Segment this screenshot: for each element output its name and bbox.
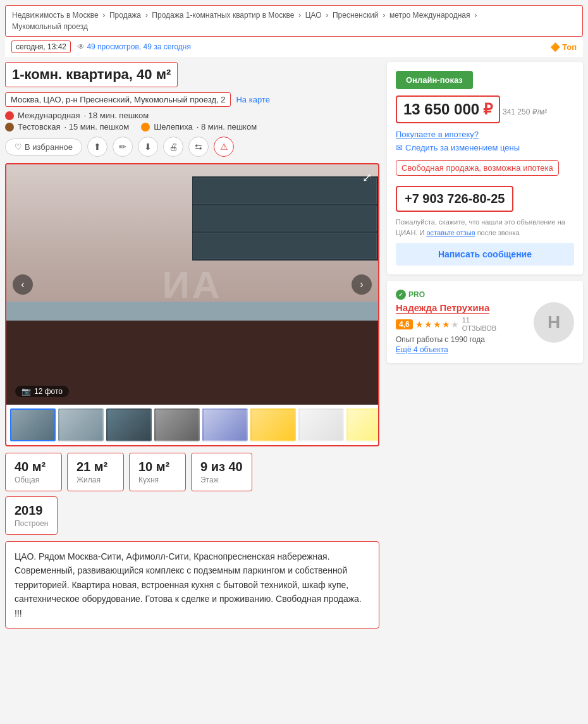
stars-display: ★★★★★ — [415, 319, 460, 329]
price-per-sqm: 341 250 ₽/м² — [503, 107, 547, 116]
meta-row: сегодня, 13:42 👁 49 просмотров, 49 за се… — [5, 37, 583, 57]
thumbnail-8[interactable] — [346, 408, 378, 441]
cabinet-1 — [193, 178, 377, 204]
breadcrumb-link-5[interactable]: Пресненский — [333, 11, 379, 20]
phone-box[interactable]: +7 903 726-80-25 — [396, 186, 513, 212]
address-row: Москва, ЦАО, р-н Пресненский, Мукомольны… — [5, 92, 379, 107]
map-link[interactable]: На карте — [236, 95, 269, 104]
floor-label: Этаж — [200, 476, 243, 484]
thumbnail-1[interactable] — [10, 408, 56, 441]
stat-kitchen-area: 10 м² Кухня — [129, 453, 186, 491]
photo-prev-button[interactable]: ‹ — [13, 274, 33, 295]
metro-time-3: · 8 мин. пешком — [197, 122, 257, 132]
half-star: ★ — [451, 319, 460, 329]
top-badge: 🔶 Toп — [550, 42, 577, 52]
metro-rows: Международная · 18 мин. пешком Тестовска… — [5, 111, 379, 132]
metro-time-2: · 15 мин. пешком — [64, 122, 129, 132]
report-button[interactable]: ⚠ — [214, 137, 234, 157]
metro-name-2: Тестовская — [18, 122, 60, 132]
breadcrumb-link-7[interactable]: Мукомольный проезд — [12, 22, 88, 31]
share-button[interactable]: ⬆ — [87, 137, 107, 157]
thumbnail-7[interactable] — [298, 408, 344, 441]
listing-title: 1-комн. квартира, 40 м² — [5, 62, 178, 87]
thumbnail-strip — [6, 405, 378, 445]
watermark: ИА — [162, 263, 222, 307]
mortgage-link[interactable]: Покупаете в ипотеку? — [396, 130, 574, 139]
stat-total-area: 40 м² Общая — [5, 453, 62, 491]
metro-name-3: Шелепиха — [154, 122, 192, 132]
pro-badge: ✓ PRO — [396, 290, 574, 300]
price-value: 13 650 000 — [403, 101, 479, 118]
breadcrumb-link-3[interactable]: Продажа 1-комнатных квартир в Москве — [152, 11, 294, 20]
envelope-icon: ✉ — [396, 143, 403, 152]
views-count: 👁 49 просмотров, 49 за сегодня — [77, 42, 191, 51]
breadcrumb-link-2[interactable]: Продажа — [109, 11, 141, 20]
thumbnail-2[interactable] — [58, 408, 104, 441]
breadcrumb-text: Недвижимость в Москве › Продажа › Продаж… — [12, 11, 479, 31]
cabinet-2 — [193, 206, 377, 232]
metro-time-1: · 18 мин. пешком — [83, 111, 149, 120]
metro-name-1: Международная — [18, 111, 80, 120]
breadcrumb-link-1[interactable]: Недвижимость в Москве — [12, 11, 99, 20]
thumbnail-5[interactable] — [202, 408, 248, 441]
heart-icon: ♡ — [15, 142, 22, 152]
photo-block: ИА ‹ › 📷 12 фото ⤢ — [5, 163, 379, 446]
right-column: Онлайн-показ 13 650 000 ₽ 341 250 ₽/м² П… — [387, 62, 583, 363]
metro-line-1: Международная · 18 мин. пешком — [5, 111, 379, 120]
price-currency: ₽ — [483, 101, 493, 118]
agent-info: Надежда Петрухина 4,6 ★★★★★ 11 ОТЗЫВОВ О… — [396, 302, 526, 354]
description-box: ЦАО. Рядом Москва-Сити, Афимолл-Сити, Кр… — [5, 541, 379, 629]
agent-experience: Опыт работы с 1990 года — [396, 335, 526, 344]
fullscreen-icon[interactable]: ⤢ — [362, 171, 372, 185]
year-value: 2019 — [15, 503, 48, 518]
agent-objects-link[interactable]: Ещё 4 объекта — [396, 345, 448, 354]
main-photo: ИА ‹ › 📷 12 фото ⤢ — [6, 164, 378, 405]
thumbnail-4[interactable] — [154, 408, 200, 441]
stats-grid: 40 м² Общая 21 м² Жилая 10 м² Кухня 9 из… — [5, 453, 379, 491]
leave-review-link[interactable]: оставьте отзыв — [426, 229, 475, 236]
listing-time: сегодня, 13:42 — [11, 40, 71, 53]
year-label: Построен — [15, 519, 48, 528]
agent-card: ✓ PRO Надежда Петрухина 4,6 ★★★★★ 11 ОТЗ… — [387, 281, 583, 363]
price-main-box: 13 650 000 ₽ — [396, 95, 500, 123]
print-button[interactable]: 🖨 — [163, 137, 183, 157]
left-column: 1-комн. квартира, 40 м² Москва, ЦАО, р-н… — [5, 62, 379, 629]
thumbnail-6[interactable] — [250, 408, 296, 441]
metro-icon-2 — [5, 123, 14, 132]
agent-avatar: Н — [534, 302, 574, 343]
camera-icon: 📷 — [21, 387, 31, 396]
agent-row: Надежда Петрухина 4,6 ★★★★★ 11 ОТЗЫВОВ О… — [396, 302, 574, 354]
breadcrumb: Недвижимость в Москве › Продажа › Продаж… — [5, 5, 583, 37]
breadcrumb-link-4[interactable]: ЦАО — [305, 11, 322, 20]
pro-check-icon: ✓ — [396, 290, 406, 300]
rating-value: 4,6 — [396, 319, 413, 329]
photo-count: 📷 12 фото — [15, 386, 69, 397]
sale-type-badge: Свободная продажа, возможна ипотека — [396, 160, 559, 176]
cian-note: Пожалуйста, скажите, что нашли это объяв… — [396, 217, 574, 238]
favorite-button[interactable]: ♡ В избранное — [5, 138, 82, 156]
views-today: 49 за сегодня — [143, 42, 191, 51]
metro-icon-1 — [5, 111, 14, 120]
kitchen-area-label: Кухня — [138, 476, 176, 484]
write-message-button[interactable]: Написать сообщение — [396, 243, 574, 266]
compare-button[interactable]: ⇆ — [188, 137, 209, 157]
stat-living-area: 21 м² Жилая — [67, 453, 124, 491]
metro-icon-3 — [141, 123, 150, 132]
agent-name[interactable]: Надежда Петрухина — [396, 302, 489, 314]
views-number: 49 просмотров, — [87, 42, 141, 51]
cabinet-3 — [193, 233, 377, 259]
price-change-link[interactable]: ✉ Следить за изменением цены — [396, 143, 574, 152]
photo-next-button[interactable]: › — [352, 274, 372, 295]
floor-value: 9 из 40 — [200, 460, 243, 474]
online-show-button[interactable]: Онлайн-показ — [396, 71, 473, 89]
action-buttons: ♡ В избранное ⬆ ✏ ⬇ 🖨 ⇆ ⚠ — [5, 137, 379, 157]
price-card: Онлайн-показ 13 650 000 ₽ 341 250 ₽/м² П… — [387, 62, 583, 274]
download-button[interactable]: ⬇ — [138, 137, 158, 157]
breadcrumb-link-6[interactable]: метро Международная — [389, 11, 470, 20]
reviews-count: 11 ОТЗЫВОВ — [462, 316, 496, 333]
living-area-value: 21 м² — [77, 460, 114, 474]
address-box: Москва, ЦАО, р-н Пресненский, Мукомольны… — [5, 92, 231, 107]
kitchen-cabinets — [192, 176, 378, 261]
edit-button[interactable]: ✏ — [113, 137, 133, 157]
thumbnail-3[interactable] — [106, 408, 152, 441]
